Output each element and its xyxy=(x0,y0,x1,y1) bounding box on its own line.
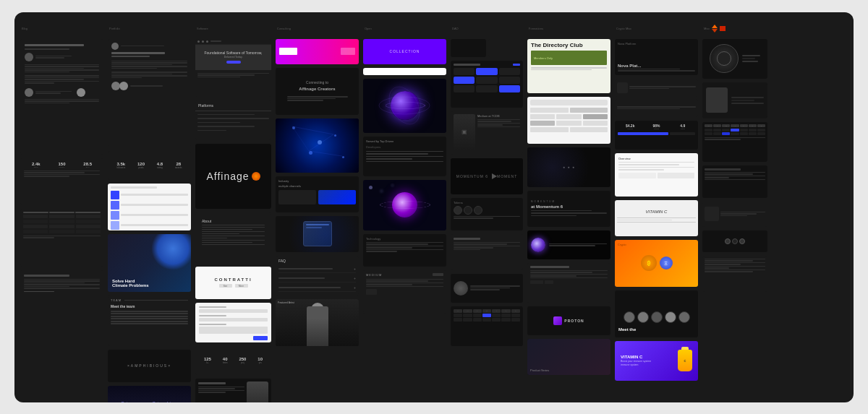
dark-image-card[interactable]: ● ● ● xyxy=(527,147,610,187)
stats-grid-card[interactable]: 2.4k items 150 owners 28.5 ETH xyxy=(20,158,103,205)
white-dashboard-card[interactable] xyxy=(527,97,610,144)
team-title-text: Meet the team xyxy=(111,304,188,309)
calendar-grid-card[interactable]: S M T W T F S xyxy=(451,306,523,346)
purple-top-card[interactable] xyxy=(276,39,359,64)
blockchain-orbit xyxy=(363,79,446,133)
table-card-2[interactable] xyxy=(108,184,191,230)
industry-card[interactable]: Industry multiple channels xyxy=(276,176,359,212)
info-card-2[interactable] xyxy=(615,99,698,117)
platforms-title: Platforms xyxy=(195,100,271,111)
foundational-subtitle: Delivered Today. xyxy=(224,56,243,59)
product-text: ×AMPHIBIOUS× xyxy=(127,363,171,368)
mini-card-dark-1[interactable] xyxy=(451,39,486,57)
about-section: About xyxy=(199,216,268,249)
column-7: Formations The Directory Club Members On… xyxy=(527,25,610,375)
faq-card[interactable]: FAQ + + + xyxy=(276,256,359,296)
headphone-img xyxy=(710,44,739,73)
investment-card[interactable]: VITAMIN C xyxy=(615,200,698,236)
schedule-card[interactable]: M T W T F S S xyxy=(702,122,767,162)
affinage-card[interactable]: Affinage xyxy=(195,144,271,209)
connecting-card[interactable]: Connecting to Affinage Creators xyxy=(276,68,359,115)
stat-2-label: posts xyxy=(138,166,143,169)
vitamin-c-card[interactable]: VITAMIN C Boost your immune system immun… xyxy=(615,341,698,381)
stat-bar-1: 125 k+ xyxy=(204,357,211,364)
text-only-card-2[interactable] xyxy=(451,234,523,270)
article-card-1[interactable] xyxy=(20,39,103,155)
medium-at-tcdb[interactable]: ▣ Medium at TCDB xyxy=(451,111,523,155)
brand-icon xyxy=(553,316,562,325)
contratti-card[interactable]: CONTRATTI See More xyxy=(195,267,271,299)
momentum-headline-card[interactable]: MOMENTUM at Momentum 6 xyxy=(527,191,610,227)
studio-card[interactable]: Cinema Studio POST PRODUCTION xyxy=(108,386,191,402)
table-card-1[interactable] xyxy=(20,209,103,267)
meet-the-top-card[interactable]: Nova Platform Nova Plat... xyxy=(615,39,698,75)
form-submit-btn[interactable] xyxy=(253,336,268,340)
network-particles-card[interactable] xyxy=(276,118,359,173)
dark-info-card-2[interactable] xyxy=(702,165,767,198)
directory-club-card[interactable]: The Directory Club Members Only xyxy=(527,39,610,93)
white-box-card[interactable] xyxy=(363,68,446,75)
stats-numbers-card[interactable]: 3.5k followers 120 posts 4.8 rating 28 a… xyxy=(108,151,191,180)
presentation-white-card[interactable]: Overview xyxy=(615,153,698,197)
col7-label: Formations xyxy=(529,27,543,30)
contratti-btn-2[interactable]: More xyxy=(235,284,248,288)
planet-card[interactable] xyxy=(363,180,446,230)
tokens-card[interactable]: Tokens xyxy=(451,198,523,230)
form-label-2 xyxy=(199,315,226,316)
text-block-card-1[interactable] xyxy=(527,263,610,303)
product-overlay-text: Product Series xyxy=(530,368,549,372)
connecting-lines xyxy=(284,95,351,102)
meet-team-dark-card[interactable]: Meet the xyxy=(615,290,698,337)
product-robot-card[interactable] xyxy=(195,379,271,402)
svg-line-2 xyxy=(309,151,342,156)
article-card-2[interactable] xyxy=(108,39,191,147)
form-input-2[interactable] xyxy=(199,318,268,322)
bottom-text-card-1[interactable] xyxy=(20,270,103,324)
brand-logo-card[interactable]: PROTON xyxy=(527,306,610,335)
vitamin-bottle: C xyxy=(678,350,692,371)
product-image-card[interactable]: Product Series xyxy=(527,339,610,375)
stats-bar-card[interactable]: 125 k+ 40 team 250 proj 10 yrs xyxy=(195,346,271,375)
team-label: TEAM xyxy=(111,298,122,302)
form-input-1[interactable] xyxy=(199,309,268,313)
stat-bar-4: 10 yrs xyxy=(258,357,263,364)
dark-text-card[interactable]: Technology xyxy=(363,234,446,267)
contratti-btn-1[interactable]: See xyxy=(219,284,232,288)
momentum-card[interactable]: MOMENTUM 6 MOMENT xyxy=(451,158,523,194)
crypto-gradient-card[interactable]: ₿ Ξ Crypto xyxy=(615,240,698,287)
momentum-text: MOMENTUM 6 xyxy=(456,174,488,178)
served-title: Served by Top Driven xyxy=(366,139,443,143)
team-body-lines xyxy=(111,311,188,325)
foundational-software-card[interactable]: Foundational Software of Tomorrow, Deliv… xyxy=(195,39,271,97)
about-nft-card[interactable]: About xyxy=(195,212,271,263)
purple-banner-card[interactable]: COLLECTION xyxy=(363,39,446,64)
bottom-text-block[interactable] xyxy=(702,256,767,292)
form-label-1 xyxy=(199,306,226,308)
col3-header: Software xyxy=(195,25,271,33)
portrait-label: Featured Artist xyxy=(278,301,294,304)
moon-dark-card[interactable] xyxy=(527,230,610,259)
team-section-card[interactable]: TEAM Meet the team xyxy=(108,296,191,346)
portrait-card[interactable]: Featured Artist xyxy=(276,299,359,346)
kpi-numbers-card[interactable]: $4.2k volume 98% uptime 4.9 rating xyxy=(615,121,698,150)
info-card-1[interactable] xyxy=(615,79,698,97)
tech-product-card[interactable] xyxy=(276,216,359,252)
form-card-1[interactable] xyxy=(195,303,271,342)
blockchain-sphere-card[interactable] xyxy=(363,79,446,133)
momentum-arrow-icon xyxy=(492,173,497,179)
dashboard-card[interactable] xyxy=(451,61,523,108)
product-showcase-card[interactable]: ×AMPHIBIOUS× xyxy=(108,350,191,382)
speaker-device-card[interactable] xyxy=(702,82,767,118)
svg-point-5 xyxy=(383,81,425,129)
platforms-card[interactable]: Platforms xyxy=(195,100,271,140)
form-input-3[interactable] xyxy=(199,327,268,334)
logo-bottom-card[interactable] xyxy=(702,230,767,252)
medium-card[interactable]: MEDIUM xyxy=(363,270,446,314)
feature-card-small[interactable] xyxy=(451,274,523,303)
climate-problems-card[interactable]: Solve Hard Climate Problems xyxy=(108,234,191,292)
small-info-cards xyxy=(615,79,698,117)
mini-stat-card[interactable] xyxy=(702,202,767,227)
mini-card-dark-2[interactable] xyxy=(488,39,524,57)
headphone-product-card[interactable] xyxy=(702,39,767,79)
served-by-card[interactable]: Served by Top Driven Developers xyxy=(363,137,446,176)
